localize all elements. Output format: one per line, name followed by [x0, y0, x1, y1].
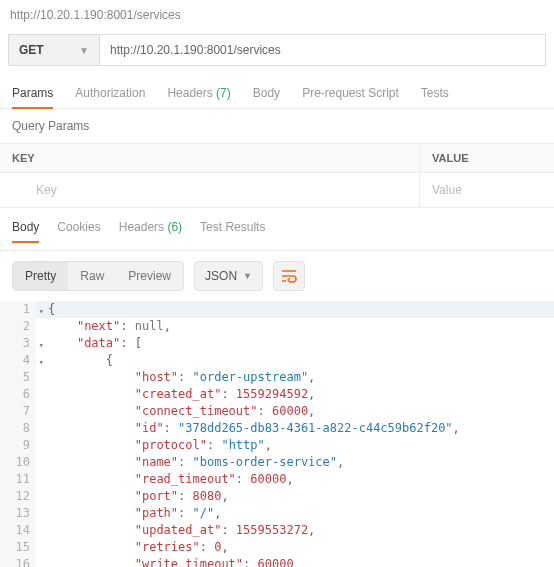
- tab-tests[interactable]: Tests: [421, 86, 449, 108]
- view-mode-segment: Pretty Raw Preview: [12, 261, 184, 291]
- tab-prerequest[interactable]: Pre-request Script: [302, 86, 399, 108]
- response-body-editor[interactable]: 1▾{ 2 "next": null, 3▾ "data": [ 4▾ { 5 …: [0, 301, 554, 567]
- tab-headers[interactable]: Headers (7): [167, 86, 230, 108]
- response-toolbar: Pretty Raw Preview JSON ▼: [0, 251, 554, 301]
- query-key-input[interactable]: Key: [0, 173, 420, 207]
- resp-tab-results[interactable]: Test Results: [200, 220, 265, 242]
- window-url: http://10.20.1.190:8001/services: [0, 0, 554, 28]
- tab-headers-label: Headers: [167, 86, 212, 100]
- tab-authorization[interactable]: Authorization: [75, 86, 145, 108]
- fold-icon[interactable]: ▾: [39, 303, 44, 320]
- tab-body[interactable]: Body: [253, 86, 280, 108]
- http-method-value: GET: [19, 43, 44, 57]
- view-raw[interactable]: Raw: [68, 262, 116, 290]
- code-text: {: [48, 302, 55, 316]
- resp-tab-cookies[interactable]: Cookies: [57, 220, 100, 242]
- resp-tab-headers-label: Headers: [119, 220, 164, 234]
- request-url-value: http://10.20.1.190:8001/services: [110, 43, 281, 57]
- tab-params[interactable]: Params: [12, 86, 53, 108]
- wrap-icon: [281, 269, 297, 283]
- query-params-header: KEY VALUE: [0, 143, 554, 173]
- query-params-title: Query Params: [0, 109, 554, 143]
- column-key: KEY: [0, 144, 420, 172]
- view-preview[interactable]: Preview: [116, 262, 183, 290]
- wrap-lines-button[interactable]: [273, 261, 305, 291]
- fold-icon[interactable]: ▾: [39, 337, 44, 354]
- chevron-down-icon: ▼: [79, 45, 89, 56]
- resp-tab-body[interactable]: Body: [12, 220, 39, 242]
- query-value-input[interactable]: Value: [420, 173, 554, 207]
- request-tabs: Params Authorization Headers (7) Body Pr…: [0, 76, 554, 109]
- tab-headers-count: (7): [216, 86, 231, 100]
- request-url-input[interactable]: http://10.20.1.190:8001/services: [100, 34, 546, 66]
- format-value: JSON: [205, 269, 237, 283]
- view-pretty[interactable]: Pretty: [13, 262, 68, 290]
- response-tabs: Body Cookies Headers (6) Test Results: [0, 208, 554, 251]
- request-row: GET ▼ http://10.20.1.190:8001/services: [0, 28, 554, 76]
- http-method-select[interactable]: GET ▼: [8, 34, 100, 66]
- format-select[interactable]: JSON ▼: [194, 261, 263, 291]
- query-param-row: Key Value: [0, 173, 554, 208]
- chevron-down-icon: ▼: [243, 271, 252, 281]
- resp-tab-headers-count: (6): [167, 220, 182, 234]
- resp-tab-headers[interactable]: Headers (6): [119, 220, 182, 242]
- fold-icon[interactable]: ▾: [39, 354, 44, 371]
- column-value: VALUE: [420, 144, 554, 172]
